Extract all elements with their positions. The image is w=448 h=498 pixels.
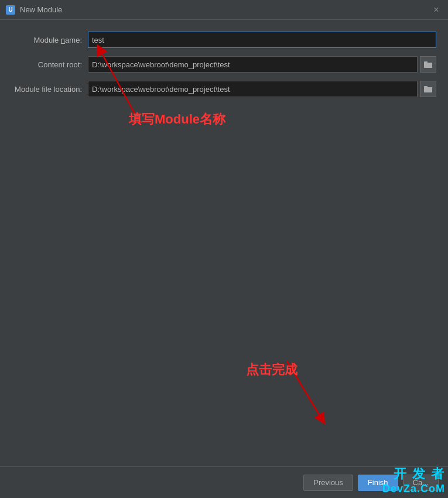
new-module-dialog: U New Module × Module name: Content root… (0, 0, 448, 498)
dialog-body: Module name: Content root: Module fil (0, 20, 448, 466)
content-root-label: Content root: (12, 60, 88, 69)
module-file-location-input[interactable] (88, 81, 418, 97)
finish-button[interactable]: Finish (358, 475, 398, 491)
content-root-input[interactable] (88, 56, 418, 73)
title-bar: U New Module × (0, 0, 448, 20)
svg-rect-3 (424, 86, 428, 88)
svg-line-7 (287, 361, 322, 420)
dialog-title: New Module (20, 5, 430, 14)
content-root-input-wrapper (88, 56, 436, 73)
annotation-arrow-2 (264, 355, 340, 431)
annotation-text-fill-module: 填写Module名称 (129, 111, 225, 128)
folder-icon-2 (424, 85, 432, 92)
dialog-footer: Previous Finish Ca... (0, 466, 448, 498)
module-name-label: Module name: (12, 36, 88, 44)
svg-rect-1 (424, 61, 428, 63)
module-name-row: Module name: (12, 32, 436, 48)
annotation-arrow-1 (82, 37, 152, 119)
folder-icon (424, 61, 432, 68)
module-file-location-label: Module file location: (12, 85, 88, 94)
module-file-location-browse-button[interactable] (420, 81, 436, 97)
svg-rect-0 (424, 63, 432, 68)
content-root-row: Content root: (12, 56, 436, 73)
cancel-button[interactable]: Ca... (403, 475, 439, 491)
close-button[interactable]: × (430, 4, 442, 16)
previous-button[interactable]: Previous (303, 475, 353, 491)
module-name-input-wrapper (88, 32, 436, 48)
svg-rect-2 (424, 87, 432, 92)
module-name-input[interactable] (88, 32, 436, 48)
module-file-location-row: Module file location: (12, 81, 436, 97)
app-icon: U (6, 5, 15, 15)
annotation-text-click-finish: 点击完成 (246, 361, 297, 379)
module-file-location-input-wrapper (88, 81, 436, 97)
content-root-browse-button[interactable] (420, 56, 436, 73)
